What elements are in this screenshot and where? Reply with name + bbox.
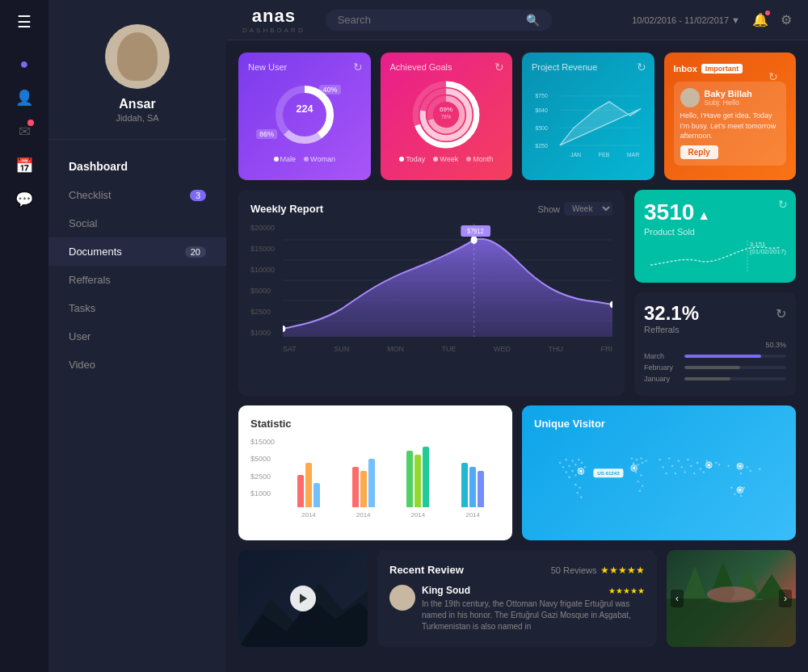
svg-marker-103 xyxy=(300,594,307,603)
svg-text:$640: $640 xyxy=(535,107,548,113)
product-sold-card: ↻ 3510 ▲ Product Sold 3.151(01/02/2017) xyxy=(634,190,796,283)
nav-item-refferals[interactable]: Refferals xyxy=(48,266,226,294)
photo-bg-svg xyxy=(667,550,796,647)
svg-rect-71 xyxy=(705,460,707,462)
svg-text:JAN: JAN xyxy=(570,152,581,158)
svg-text:FEB: FEB xyxy=(599,152,610,158)
svg-rect-44 xyxy=(571,470,573,472)
nav-item-user[interactable]: User xyxy=(48,322,226,351)
nav-item-video[interactable]: Video xyxy=(48,351,226,379)
product-refresh[interactable]: ↻ xyxy=(778,198,788,211)
product-sub: 3.151(01/02/2017) xyxy=(750,241,786,255)
svg-rect-74 xyxy=(671,465,673,467)
revenue-refresh[interactable]: ↻ xyxy=(637,61,646,74)
product-value-row: 3510 ▲ xyxy=(644,200,786,225)
feb-bar-fill xyxy=(684,366,740,369)
nav-item-documents[interactable]: Documents 20 xyxy=(48,237,226,266)
svg-rect-48 xyxy=(574,474,576,476)
bar-1-1 xyxy=(360,471,367,507)
nav-icon-users[interactable]: 👤 xyxy=(15,89,33,107)
referral-pct: 32.1% xyxy=(644,302,699,325)
menu-icon[interactable]: ☰ xyxy=(17,12,32,32)
south-america-dots xyxy=(574,484,582,498)
statistic-card: Statistic $15000 $5000 $2500 $1000 xyxy=(238,405,512,540)
jan-bar-fill xyxy=(684,377,730,380)
nav-item-tasks[interactable]: Tasks xyxy=(48,294,226,322)
settings-icon[interactable]: ⚙ xyxy=(781,12,792,27)
referral-refresh[interactable]: ↻ xyxy=(776,306,786,321)
nav-item-checklist[interactable]: Checklist 3 xyxy=(48,181,226,209)
svg-rect-50 xyxy=(574,484,576,485)
us-label-text: US 61243 xyxy=(597,470,620,476)
stat-bar-group-1: 2014 xyxy=(352,459,375,519)
referral-card: 32.1% ↻ Refferals 50.3% March February xyxy=(634,292,796,396)
user-name: Ansar xyxy=(65,97,210,111)
svg-rect-56 xyxy=(640,457,642,459)
nav-icon-dashboard[interactable]: ● xyxy=(20,56,29,73)
chart-y-labels: $20000 $15000 $10000 $5000 $2500 $1000 xyxy=(250,224,283,337)
march-progress: March xyxy=(644,352,786,360)
nav-icon-calendar[interactable]: 📅 xyxy=(15,157,33,174)
svg-rect-63 xyxy=(637,481,638,482)
achieved-goals-title: Achieved Goals xyxy=(390,62,503,72)
visitor-title: Unique Visitor xyxy=(534,418,784,430)
search-bar[interactable]: 🔍 xyxy=(326,10,552,31)
svg-rect-52 xyxy=(577,492,579,494)
product-sparkline: 3.151(01/02/2017) xyxy=(644,241,786,273)
play-button[interactable] xyxy=(290,586,316,611)
svg-rect-57 xyxy=(633,463,634,464)
svg-rect-55 xyxy=(636,459,638,460)
inbox-refresh[interactable]: ↻ xyxy=(768,70,778,83)
svg-rect-66 xyxy=(659,459,661,460)
nav-menu: Dashboard Checklist 3 Social Documents 2… xyxy=(48,140,226,391)
user-section: Ansar Jiddah, SA xyxy=(48,0,226,140)
stat-bars-inner-3 xyxy=(461,463,484,507)
video-overlay xyxy=(238,550,368,647)
photo-prev-button[interactable]: ‹ xyxy=(671,590,684,607)
avatar xyxy=(105,24,170,89)
cards-row-3: Statistic $15000 $5000 $2500 $1000 xyxy=(238,405,796,540)
notification-dot xyxy=(765,10,770,15)
new-user-refresh[interactable]: ↻ xyxy=(353,61,363,74)
chart-area: $20000 $15000 $10000 $5000 $2500 $1000 xyxy=(250,224,612,353)
month-dot xyxy=(466,157,471,162)
weekly-report-card: Weekly Report Show Week Month Year $2000… xyxy=(238,190,625,396)
svg-rect-73 xyxy=(662,466,663,468)
product-label: Product Sold xyxy=(644,227,786,237)
user-location: Jiddah, SA xyxy=(65,113,210,123)
referral-label: Refferals xyxy=(644,325,786,334)
nav-icon-mail[interactable]: ✉ xyxy=(19,123,31,141)
svg-rect-46 xyxy=(584,466,586,468)
svg-point-98 xyxy=(739,465,741,468)
svg-rect-95 xyxy=(740,495,742,497)
msg-name: Baky Billah xyxy=(705,89,752,99)
woman-dot xyxy=(304,157,309,162)
achieved-goals-refresh[interactable]: ↻ xyxy=(494,61,504,74)
notification-icon[interactable]: 🔔 xyxy=(752,12,768,27)
msg-subj: Subj: Hello xyxy=(705,99,752,107)
inbox-header: Inbox Important ↻ xyxy=(674,62,787,75)
period-dropdown[interactable]: Week Month Year xyxy=(564,202,612,216)
svg-text:MAR: MAR xyxy=(627,152,640,158)
product-arrow: ▲ xyxy=(697,208,710,223)
nav-section-title: Dashboard xyxy=(48,152,226,181)
svg-rect-76 xyxy=(690,465,692,467)
review-row: Recent Review 50 Reviews ★★★★★ King Soud… xyxy=(238,550,796,647)
percent-label-1: 40% xyxy=(319,85,340,94)
nav-icon-chat[interactable]: 💬 xyxy=(15,191,33,208)
svg-point-97 xyxy=(708,464,710,466)
bar-3-1 xyxy=(469,467,476,507)
svg-text:$250: $250 xyxy=(535,143,548,149)
nav-item-social[interactable]: Social xyxy=(48,209,226,237)
svg-rect-86 xyxy=(693,472,695,474)
svg-rect-39 xyxy=(562,466,564,468)
msg-avatar xyxy=(680,88,700,107)
reply-button[interactable]: Reply xyxy=(680,145,718,159)
svg-rect-83 xyxy=(665,472,667,474)
photo-next-button[interactable]: › xyxy=(779,590,792,607)
svg-rect-61 xyxy=(635,471,637,472)
search-input[interactable] xyxy=(338,14,520,26)
svg-rect-89 xyxy=(750,470,751,472)
logo-text: anas xyxy=(252,6,296,27)
achieved-goals-card: Achieved Goals ↻ 69% 78% xyxy=(381,52,513,180)
